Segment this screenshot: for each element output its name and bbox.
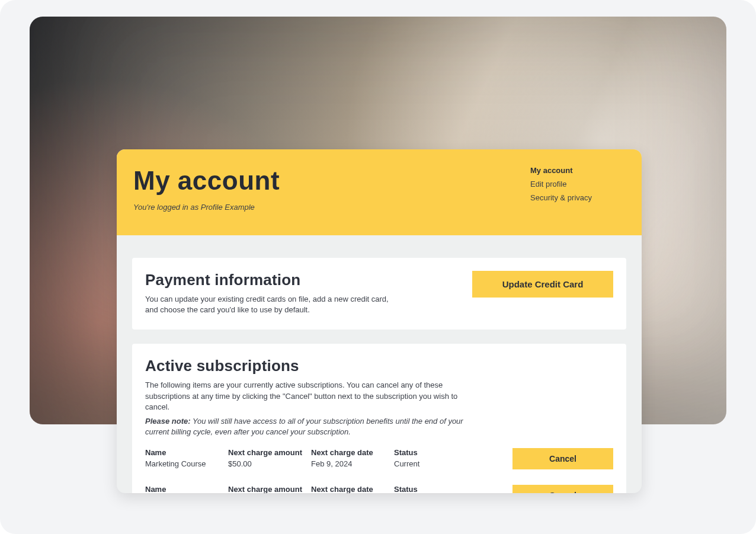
subscription-rows: Name Marketing Course Next charge amount… — [145, 448, 613, 493]
page-subtitle: You're logged in as Profile Example — [133, 203, 280, 212]
val-amount: $50.00 — [228, 459, 311, 468]
cancel-button[interactable]: Cancel — [512, 485, 613, 493]
payment-description: You can update your existing credit card… — [145, 294, 400, 315]
val-status: Current — [394, 459, 477, 468]
account-panel: My account You're logged in as Profile E… — [117, 149, 642, 493]
cancel-button[interactable]: Cancel — [512, 448, 613, 469]
page-title: My account — [133, 166, 280, 196]
subscriptions-description: The following items are your currently a… — [145, 380, 465, 413]
update-credit-card-button[interactable]: Update Credit Card — [472, 271, 613, 298]
val-date: Feb 9, 2024 — [311, 459, 394, 468]
col-status: Status — [394, 485, 477, 493]
nav-security-privacy[interactable]: Security & privacy — [530, 193, 625, 202]
col-date: Next charge date — [311, 448, 394, 457]
col-amount: Next charge amount — [228, 448, 311, 457]
col-amount: Next charge amount — [228, 485, 311, 493]
subscriptions-heading: Active subscriptions — [145, 357, 613, 375]
val-name: Marketing Course — [145, 459, 228, 468]
nav-edit-profile[interactable]: Edit profile — [530, 180, 625, 188]
note-label: Please note: — [145, 417, 191, 426]
payment-card: Payment information You can update your … — [132, 258, 626, 330]
col-name: Name — [145, 448, 228, 457]
note-text: You will still have access to all of you… — [145, 417, 463, 436]
account-nav: My account Edit profile Security & priva… — [530, 166, 625, 202]
subscriptions-note: Please note: You will still have access … — [145, 416, 477, 437]
subscriptions-card: Active subscriptions The following items… — [132, 344, 626, 493]
panel-header: My account You're logged in as Profile E… — [117, 149, 642, 235]
col-status: Status — [394, 448, 477, 457]
payment-heading: Payment information — [145, 271, 400, 289]
nav-my-account[interactable]: My account — [530, 166, 625, 175]
subscription-row: Name Marketing Course Next charge amount… — [145, 448, 613, 469]
col-name: Name — [145, 485, 228, 493]
col-date: Next charge date — [311, 485, 394, 493]
subscription-row: Name Membership Next charge amount $100.… — [145, 485, 613, 493]
